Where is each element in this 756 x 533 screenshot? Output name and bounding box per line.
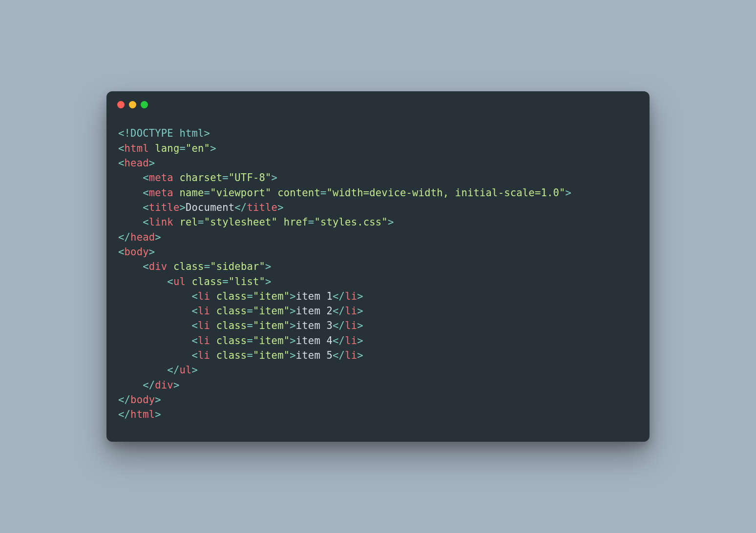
window-titlebar xyxy=(106,91,650,108)
list-item: item 3 xyxy=(296,320,333,331)
list-item: item 5 xyxy=(296,349,333,361)
list-item: item 4 xyxy=(296,335,333,347)
minimize-icon[interactable] xyxy=(129,101,136,108)
list-item: item 2 xyxy=(296,305,333,317)
code-window: <!DOCTYPE html> <html lang="en"> <head> … xyxy=(106,91,650,442)
doctype: <!DOCTYPE html> xyxy=(118,127,210,139)
list-item: item 1 xyxy=(296,290,333,302)
code-block: <!DOCTYPE html> <html lang="en"> <head> … xyxy=(106,108,650,442)
close-icon[interactable] xyxy=(117,101,125,108)
maximize-icon[interactable] xyxy=(141,101,148,108)
